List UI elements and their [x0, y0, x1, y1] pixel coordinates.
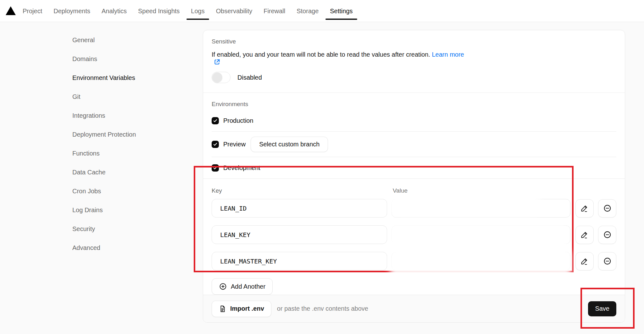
minus-circle-icon — [603, 230, 612, 239]
value-input-wrap — [391, 199, 570, 218]
check-icon — [213, 142, 218, 147]
environments-section: Environments Production Preview Select c… — [203, 93, 625, 178]
remove-row-button[interactable] — [598, 252, 616, 270]
sidebar-item-environment-variables[interactable]: Environment Variables — [72, 74, 179, 82]
value-input-wrap — [391, 225, 570, 244]
sidebar-item-data-cache[interactable]: Data Cache — [72, 168, 179, 176]
project-tabs: Project Deployments Analytics Speed Insi… — [23, 0, 353, 22]
sidebar-item-integrations[interactable]: Integrations — [72, 112, 179, 119]
sensitive-toggle[interactable] — [212, 72, 230, 83]
nav-tab-speed-insights[interactable]: Speed Insights — [138, 0, 180, 22]
settings-sidebar: General Domains Environment Variables Gi… — [72, 36, 179, 263]
key-value-section: Key Value — [203, 179, 625, 295]
environments-label: Environments — [212, 100, 616, 108]
minus-circle-icon — [603, 257, 612, 265]
production-label: Production — [223, 117, 253, 124]
toggle-knob — [212, 72, 222, 82]
env-var-row — [212, 199, 616, 218]
sidebar-item-security[interactable]: Security — [72, 225, 179, 233]
sidebar-item-domains[interactable]: Domains — [72, 55, 179, 63]
top-navigation: Project Deployments Analytics Speed Insi… — [0, 0, 644, 22]
preview-label: Preview — [223, 141, 246, 148]
sidebar-item-git[interactable]: Git — [72, 93, 179, 100]
env-var-row — [212, 225, 616, 244]
divider — [212, 157, 616, 157]
add-another-button[interactable]: Add Another — [212, 278, 273, 295]
sensitive-section: Sensitive If enabled, you and your team … — [203, 30, 625, 93]
environment-row-production: Production — [212, 114, 616, 127]
sidebar-item-advanced[interactable]: Advanced — [72, 244, 179, 252]
nav-tab-project[interactable]: Project — [23, 0, 42, 22]
preview-checkbox[interactable] — [212, 141, 219, 148]
value-input-wrap — [391, 252, 570, 270]
nav-tab-logs[interactable]: Logs — [191, 0, 204, 22]
external-link-icon — [214, 59, 220, 65]
sensitive-description: If enabled, you and your team will not b… — [212, 50, 616, 65]
plus-circle-icon — [219, 282, 227, 291]
key-column-label: Key — [212, 187, 222, 194]
key-input[interactable] — [212, 199, 387, 218]
check-icon — [213, 165, 218, 171]
vercel-logo-icon[interactable] — [6, 6, 16, 15]
learn-more-label: Learn more — [432, 51, 464, 58]
sidebar-item-log-drains[interactable]: Log Drains — [72, 206, 179, 214]
environment-row-preview: Preview Select custom branch — [212, 136, 616, 152]
development-checkbox[interactable] — [212, 164, 219, 172]
file-text-icon — [219, 305, 226, 313]
sensitive-toggle-row: Disabled — [212, 72, 616, 83]
nav-tab-settings[interactable]: Settings — [330, 0, 353, 22]
check-icon — [213, 118, 218, 123]
remove-row-button[interactable] — [598, 226, 616, 244]
import-env-button[interactable]: Import .env — [212, 301, 271, 317]
environment-variables-card: Sensitive If enabled, you and your team … — [203, 30, 625, 323]
key-value-header: Key Value — [212, 187, 616, 195]
production-checkbox[interactable] — [212, 117, 219, 124]
development-label: Development — [223, 164, 260, 172]
sensitive-label: Sensitive — [212, 38, 616, 45]
remove-row-button[interactable] — [598, 199, 616, 218]
redaction-smudge — [390, 249, 571, 281]
sidebar-item-general[interactable]: General — [72, 36, 179, 44]
edit-row-button[interactable] — [575, 252, 594, 270]
environment-row-development: Development — [212, 161, 616, 174]
nav-tab-firewall[interactable]: Firewall — [264, 0, 285, 22]
select-custom-branch-button[interactable]: Select custom branch — [251, 137, 328, 152]
save-button[interactable]: Save — [588, 301, 616, 316]
import-env-label: Import .env — [230, 305, 264, 312]
key-input[interactable] — [212, 225, 387, 244]
edit-row-button[interactable] — [575, 226, 594, 244]
edit-row-button[interactable] — [575, 199, 594, 218]
pencil-icon — [580, 204, 589, 212]
sidebar-item-cron-jobs[interactable]: Cron Jobs — [72, 187, 179, 195]
nav-tab-storage[interactable]: Storage — [297, 0, 319, 22]
pencil-icon — [580, 231, 589, 239]
key-input[interactable] — [212, 252, 387, 270]
sensitive-description-text: If enabled, you and your team will not b… — [212, 51, 430, 58]
card-footer: Import .env or paste the .env contents a… — [203, 295, 625, 322]
redaction-smudge — [390, 224, 568, 252]
value-column-label: Value — [393, 187, 408, 194]
pencil-icon — [580, 257, 589, 265]
sidebar-item-deployment-protection[interactable]: Deployment Protection — [72, 131, 179, 138]
minus-circle-icon — [603, 204, 612, 212]
env-var-row — [212, 252, 616, 270]
sensitive-toggle-state: Disabled — [237, 74, 262, 81]
divider — [212, 131, 616, 132]
footer-left: Import .env or paste the .env contents a… — [212, 301, 368, 317]
add-another-label: Add Another — [231, 283, 265, 290]
nav-tab-analytics[interactable]: Analytics — [102, 0, 127, 22]
nav-tab-observability[interactable]: Observability — [216, 0, 253, 22]
nav-tab-deployments[interactable]: Deployments — [53, 0, 90, 22]
sidebar-item-functions[interactable]: Functions — [72, 150, 179, 157]
redaction-smudge — [390, 195, 541, 216]
paste-hint: or paste the .env contents above — [277, 305, 368, 312]
